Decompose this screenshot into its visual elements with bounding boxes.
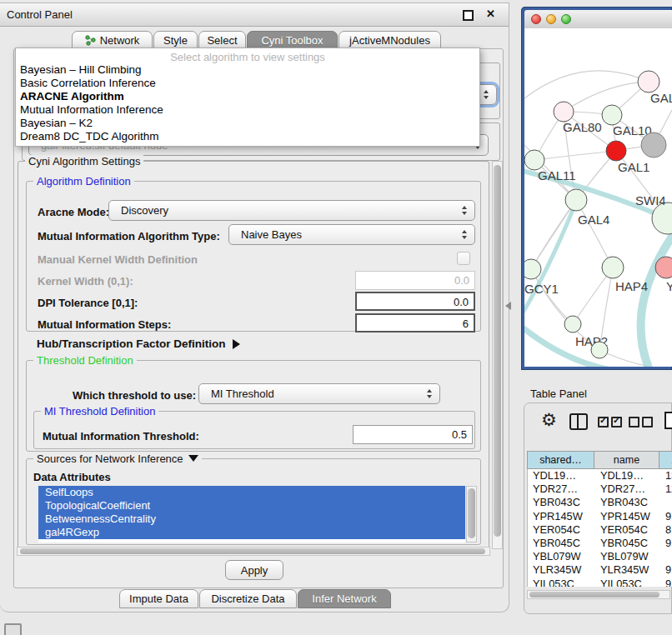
table-row[interactable]: YLR345WYLR345W9. — [528, 563, 672, 577]
attribute-list-item[interactable]: BetweennessCentrality — [38, 512, 465, 526]
network-svg: GALGAL80GAL10GAL1GAL11SWI4GAL4GCY1HAP4YH… — [524, 28, 672, 367]
tab-label: Discretize Data — [211, 592, 284, 605]
panel-title: Control Panel — [7, 8, 73, 21]
table-cell: YLR345W — [600, 563, 649, 577]
mi-threshold-field[interactable]: 0.5 — [353, 425, 473, 444]
float-window-icon[interactable] — [463, 10, 474, 21]
hub-tf-section-toggle[interactable]: Hub/Transcription Factor Definition — [37, 338, 240, 350]
table-panel-title: Table Panel — [530, 388, 587, 400]
network-node-label: GAL — [650, 91, 672, 105]
table-row[interactable]: YBL079WYBL079W — [528, 550, 672, 563]
attribute-list-item[interactable]: gal4RGexp — [38, 526, 465, 539]
table-cell: YBL079W — [600, 550, 649, 563]
table-row[interactable]: YIL053CYIL053C9. — [528, 578, 672, 588]
aracne-mode-value: Discovery — [121, 204, 168, 217]
column-header-third[interactable]: A — [659, 451, 672, 469]
group-title: Threshold Definition — [33, 354, 137, 367]
network-canvas[interactable]: GALGAL80GAL10GAL1GAL11SWI4GAL4GCY1HAP4YH… — [524, 28, 672, 367]
tab-label: Cyni Toolbox — [261, 34, 323, 47]
apply-button[interactable]: Apply — [225, 560, 283, 580]
table-row[interactable]: YER054CYER054C8. — [528, 523, 672, 537]
column-header-name[interactable]: name — [594, 451, 659, 469]
close-traffic-light-icon[interactable] — [531, 14, 541, 24]
settings-vertical-scrollbar[interactable] — [492, 161, 503, 549]
which-threshold-combobox[interactable]: MI Threshold — [198, 383, 440, 404]
tab-impute-data[interactable]: Impute Data — [119, 589, 198, 608]
network-edge[interactable] — [534, 151, 616, 160]
split-columns-icon[interactable] — [569, 413, 588, 430]
sources-section-toggle[interactable]: Sources for Network Inference — [33, 452, 202, 465]
threshold-definition-group: Threshold Definition Which threshold to … — [26, 360, 481, 452]
algorithm-option[interactable]: Bayesian – K2 — [16, 117, 479, 130]
network-edge[interactable] — [576, 200, 613, 268]
network-node[interactable] — [565, 189, 587, 211]
dpi-tolerance-field[interactable]: 0.0 — [355, 292, 475, 311]
network-node[interactable] — [641, 132, 666, 158]
table-row[interactable]: YDR27…YDR27…12 — [528, 482, 672, 496]
table-cell: YBL079W — [533, 550, 581, 563]
network-node[interactable] — [606, 141, 626, 161]
table-row[interactable]: YPR145WYPR145W9. — [528, 510, 672, 523]
aracne-mode-label: Aracne Mode: — [38, 206, 109, 218]
algorithm-option[interactable]: Basic Correlation Inference — [16, 77, 479, 90]
tab-label: Impute Data — [129, 592, 188, 605]
table-horizontal-scrollbar[interactable] — [527, 590, 670, 599]
network-node[interactable] — [638, 71, 659, 92]
attribute-list-item[interactable]: SelfLoops — [38, 486, 465, 499]
algorithm-definition-group: Algorithm Definition Aracne Mode: Discov… — [26, 181, 481, 332]
table-cell: 9. — [665, 510, 672, 523]
data-attributes-list[interactable]: SelfLoopsTopologicalCoefficientBetweenne… — [38, 486, 465, 542]
settings-horizontal-scrollbar[interactable] — [17, 547, 490, 556]
zoom-traffic-light-icon[interactable] — [561, 14, 571, 24]
combo-arrows-icon — [427, 389, 433, 399]
group-title: Algorithm Definition — [33, 175, 134, 188]
mi-type-combobox[interactable]: Naive Bayes — [228, 224, 475, 245]
scrollbar-thumb[interactable] — [529, 592, 659, 598]
expand-right-icon — [233, 339, 240, 349]
table-panel: ⚙ shared… name A YDL19…YDL19…13YDR27…YDR… — [524, 402, 672, 614]
network-node[interactable] — [602, 105, 622, 125]
mi-steps-field[interactable]: 6 — [355, 313, 475, 332]
attribute-list-item[interactable]: TopologicalCoefficient — [38, 499, 465, 512]
manual-kernel-checkbox[interactable] — [457, 252, 470, 265]
scrollbar-thumb[interactable] — [468, 488, 475, 538]
cyni-algorithm-settings-group: Cyni Algorithm Settings Algorithm Defini… — [18, 161, 489, 549]
network-node[interactable] — [602, 257, 624, 278]
network-node[interactable] — [524, 150, 544, 170]
select-all-columns-icon[interactable] — [598, 416, 624, 431]
scrollbar-thumb[interactable] — [20, 548, 485, 554]
table-cell: YBR045C — [533, 537, 580, 550]
deselect-all-columns-icon[interactable] — [629, 416, 655, 431]
network-node[interactable] — [564, 316, 581, 332]
group-title: MI Threshold Definition — [41, 405, 158, 418]
kernel-width-field[interactable]: 0.0 — [355, 271, 475, 290]
table-row[interactable]: YDL19…YDL19…13 — [528, 469, 672, 482]
algorithm-option[interactable]: Dream8 DC_TDC Algorithm — [16, 130, 479, 143]
column-header-shared-name[interactable]: shared… — [527, 451, 594, 469]
splitpane-collapse-icon[interactable] — [505, 302, 511, 310]
mi-type-value: Naive Bayes — [241, 228, 302, 241]
combo-arrows-icon — [462, 206, 468, 216]
table-row[interactable]: YBR043CYBR043C — [528, 496, 672, 509]
table-cell: 9. — [665, 578, 672, 588]
network-node[interactable] — [554, 102, 574, 122]
algorithm-option[interactable]: Bayesian – Hill Climbing — [16, 63, 479, 77]
network-edge-highlighted[interactable] — [641, 228, 672, 367]
network-node[interactable] — [524, 259, 541, 279]
network-window-titlebar[interactable] — [524, 10, 672, 29]
scrollbar-thumb[interactable] — [494, 165, 501, 537]
minimize-traffic-light-icon[interactable] — [546, 14, 556, 24]
gear-icon[interactable]: ⚙ — [541, 410, 557, 430]
aracne-mode-combobox[interactable]: Discovery — [108, 200, 475, 221]
tab-discretize-data[interactable]: Discretize Data — [199, 589, 297, 608]
network-edge[interactable] — [524, 71, 649, 98]
close-icon[interactable]: ✕ — [486, 8, 495, 20]
network-node[interactable] — [591, 342, 608, 358]
minimized-window-icon[interactable] — [4, 623, 22, 635]
tab-infer-network[interactable]: Infer Network — [298, 589, 391, 608]
attributes-scrollbar[interactable] — [466, 486, 477, 542]
new-table-icon[interactable] — [664, 412, 672, 429]
algorithm-option[interactable]: Mutual Information Inference — [16, 103, 479, 117]
algorithm-option[interactable]: ARACNE Algorithm — [16, 90, 479, 103]
table-row[interactable]: YBR045CYBR045C9. — [528, 537, 672, 550]
